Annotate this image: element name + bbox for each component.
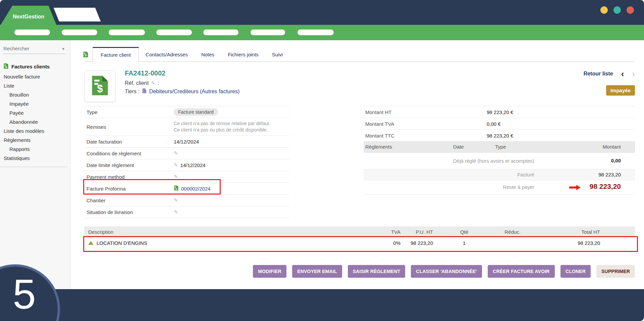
situation-livraison-label: Situation de livraison: [85, 209, 174, 215]
sidebar-item-liste-des-modeles[interactable]: Liste des modèles: [0, 126, 70, 136]
date-facturation-label: Date facturation: [85, 139, 174, 145]
sidebar-item-abandonnee[interactable]: Abandonnée: [0, 117, 70, 126]
sidebar-item-payee[interactable]: Payée: [0, 108, 70, 117]
svg-text:$: $: [175, 188, 177, 191]
payments-col-type: Type: [495, 144, 506, 150]
menu-pill[interactable]: [62, 30, 97, 35]
brand-logo: NextGestion: [1, 6, 56, 25]
sidebar-section-factures-clients[interactable]: $ Factures clients: [0, 61, 70, 72]
table-row-date-limite: Date limite règlement ✎ 14/12/2024: [85, 159, 289, 171]
line-qte: 1: [433, 240, 495, 246]
svg-text:$: $: [85, 54, 87, 57]
sidebar-item-nouvelle-facture[interactable]: Nouvelle facture: [0, 72, 70, 81]
search-input[interactable]: [3, 44, 57, 53]
lines-header-row: Description TVA P.U. HT Qté Réduc. Total…: [84, 226, 635, 237]
sidebar-item-rapports[interactable]: Rapports: [0, 145, 70, 154]
tiers-label: Tiers :: [125, 89, 140, 95]
reste-a-payer-value: 98 223,20: [590, 182, 621, 191]
creer-facture-avoir-button[interactable]: CRÉER FACTURE AVOIR: [488, 265, 554, 278]
amounts-panel: Montant HT 98 223,20 € Montant TVA 0,00 …: [364, 106, 635, 195]
line-total-ht: 98 223,20: [530, 240, 600, 246]
edit-pencil-icon[interactable]: ✎: [174, 162, 178, 168]
line-pu-ht: 98 223,20: [400, 240, 433, 246]
menu-pill[interactable]: [109, 30, 145, 35]
tiers-row: Tiers : Debiteurs/Crediteurs (Autres fac…: [125, 88, 239, 95]
menu-pill[interactable]: [298, 30, 334, 35]
chevron-down-icon[interactable]: ▾: [62, 46, 64, 51]
modifier-button[interactable]: MODIFIER: [253, 265, 286, 278]
deja-regle-value: 0,00: [611, 158, 621, 163]
saisir-reglement-button[interactable]: SAISIR RÈGLEMENT: [348, 265, 406, 278]
red-dot-icon: [627, 6, 634, 14]
remises-label: Remises: [85, 124, 174, 130]
ref-client-label: Réf. client: [125, 80, 149, 86]
invoice-icon: $: [3, 63, 9, 70]
teal-dot-icon: [613, 6, 621, 14]
sidebar: ▾ $ Factures clients Nouvelle facture Li…: [0, 40, 70, 289]
montant-ht-label: Montant HT: [364, 109, 487, 115]
sidebar-item-impayee[interactable]: Impayée: [0, 99, 70, 108]
col-reduc: Réduc.: [495, 229, 530, 235]
ref-client-row: Réf. client ✎ :: [125, 80, 159, 86]
invoice-lines-table: Description TVA P.U. HT Qté Réduc. Total…: [84, 226, 635, 249]
tab-facture-client[interactable]: Facture client: [93, 47, 139, 62]
ref-client-colon: :: [158, 80, 159, 86]
montant-ht-value: 98 223,20 €: [487, 109, 513, 115]
facture-total-value: 98 223,20: [598, 172, 621, 177]
type-value-badge: Facture standard: [174, 108, 218, 116]
main-menu-bar: [0, 25, 644, 40]
sidebar-item-liste[interactable]: Liste: [0, 81, 70, 90]
tab-notes[interactable]: Notes: [195, 47, 221, 62]
date-facturation-value: 14/12/2024: [174, 139, 289, 145]
table-row-remises: Remises Ce client n'a pas de remise rela…: [85, 118, 289, 136]
envoyer-email-button[interactable]: ENVOYER EMAIL: [292, 265, 342, 278]
sidebar-section-label: Factures clients: [11, 64, 50, 69]
back-to-list-link[interactable]: Retour liste: [584, 71, 613, 77]
cloner-button[interactable]: CLONER: [560, 265, 591, 278]
table-row-line-item[interactable]: LOCATION D'ENGINS 0% 98 223,20 1 98 223,…: [84, 237, 635, 249]
sidebar-item-statistiques[interactable]: Statistiques: [0, 154, 70, 163]
type-label: Type: [85, 109, 174, 115]
sidebar-item-reglements[interactable]: Règlements: [0, 136, 70, 145]
invoice-icon: $: [90, 76, 110, 97]
edit-pencil-icon[interactable]: ✎: [151, 80, 155, 86]
chevron-right-icon[interactable]: ›: [632, 70, 635, 77]
line-tva: 0%: [353, 240, 400, 246]
page-title: FA2412-0002: [125, 69, 165, 77]
menu-pill[interactable]: [203, 30, 238, 35]
top-bar: NextGestion: [0, 0, 644, 25]
edit-pencil-icon[interactable]: ✎: [174, 209, 178, 215]
brand-slant-shape: [54, 8, 101, 21]
table-row-facture: Facturé 98 223,20: [364, 169, 635, 180]
edit-pencil-icon[interactable]: ✎: [174, 197, 178, 203]
sidebar-item-brouillon[interactable]: Brouillon: [0, 90, 70, 99]
supprimer-button[interactable]: SUPPRIMER: [596, 265, 635, 278]
classer-abandonnee-button[interactable]: CLASSER 'ABANDONNÉE': [411, 265, 482, 278]
payments-col-date: Date: [453, 144, 464, 150]
service-triangle-icon: [88, 241, 94, 245]
remises-line2: Ce client n'a pas ou plus de crédit disp…: [174, 127, 268, 132]
date-limite-value: 14/12/2024: [180, 162, 206, 168]
tab-fichiers-joints[interactable]: Fichiers joints: [221, 47, 265, 62]
tiers-link[interactable]: Debiteurs/Crediteurs (Autres factures): [149, 89, 239, 95]
facture-proforma-link[interactable]: 000002/2024: [181, 186, 211, 192]
table-row-payment-method: Payment method ✎: [85, 171, 289, 182]
brand-name: NextGestion: [13, 14, 44, 20]
tab-suivi[interactable]: Suivi: [265, 47, 290, 62]
search-box: ▾: [3, 44, 66, 54]
tab-contacts-adresses[interactable]: Contacts/Adresses: [139, 47, 195, 62]
conditions-label: Conditions de règlement: [85, 151, 174, 156]
menu-pill[interactable]: [14, 30, 50, 35]
edit-pencil-icon[interactable]: ✎: [174, 174, 178, 180]
footer-bar: [0, 289, 644, 321]
facture-total-label: Facturé: [517, 172, 534, 177]
menu-pill[interactable]: [251, 30, 285, 35]
montant-tva-value: 0,00 €: [487, 121, 501, 127]
menu-pill[interactable]: [156, 30, 192, 35]
back-to-list-nav: Retour liste ‹ ›: [584, 70, 635, 77]
edit-pencil-icon[interactable]: ✎: [174, 150, 178, 156]
deja-regle-label: Déjà réglé (hors avoirs et acomptes): [453, 158, 534, 164]
table-row-deja-regle: Déjà réglé (hors avoirs et acomptes) 0,0…: [364, 153, 635, 169]
chevron-left-icon[interactable]: ‹: [621, 70, 624, 77]
payments-table-header: Règlements Date Type Montant: [364, 141, 635, 153]
